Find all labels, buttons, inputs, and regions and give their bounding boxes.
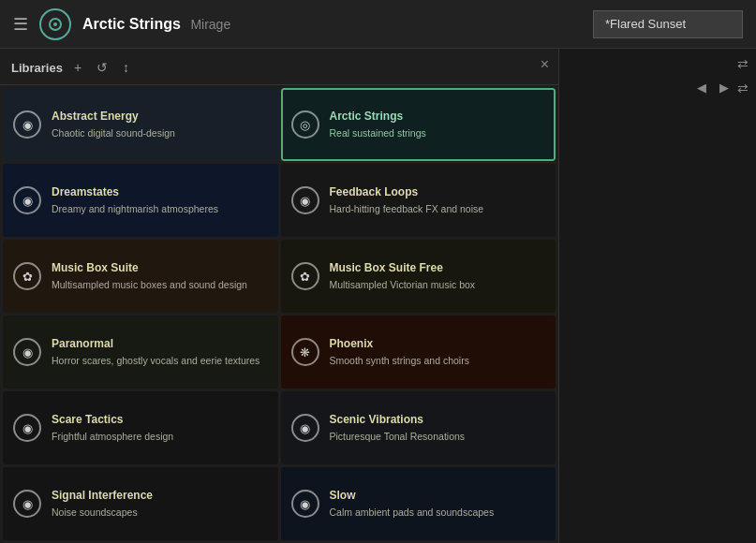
add-library-button[interactable]: + — [70, 58, 85, 77]
card-icon-wrap: ◉ — [12, 413, 42, 443]
card-text: Phoenix Smooth synth strings and choirs — [330, 337, 547, 368]
card-icon: ◉ — [13, 338, 41, 366]
card-name: Feedback Loops — [330, 185, 547, 200]
card-icon: ◉ — [13, 110, 41, 139]
card-icon: ❋ — [291, 338, 319, 366]
main-content: Libraries + ↺ ↕ × ◉ Abstract Energy Chao… — [0, 49, 756, 543]
refresh-library-button[interactable]: ↺ — [93, 58, 111, 77]
logo-inner-circle — [49, 18, 62, 31]
card-desc: Multisampled Victorian music box — [330, 278, 547, 291]
card-desc: Horror scares, ghostly vocals and eerie … — [52, 354, 269, 367]
card-text: Signal Interference Noise soundscapes — [52, 489, 269, 520]
close-libraries-button[interactable]: × — [541, 56, 549, 73]
card-text: Scare Tactics Frightful atmosphere desig… — [52, 413, 269, 444]
card-text: Paranormal Horror scares, ghostly vocals… — [52, 337, 269, 368]
card-icon-wrap: ◉ — [12, 185, 42, 215]
card-text: Dreamstates Dreamy and nightmarish atmos… — [52, 185, 269, 216]
card-icon-wrap: ◎ — [290, 110, 320, 139]
card-icon: ◉ — [291, 186, 319, 214]
card-icon: ✿ — [13, 262, 41, 290]
card-text: Scenic Vibrations Picturesque Tonal Reso… — [330, 413, 547, 444]
card-name: Abstract Energy — [52, 110, 269, 125]
nav-row: ◀ ▶ ⇄ — [692, 79, 749, 96]
card-name: Signal Interference — [52, 489, 269, 504]
card-icon: ◉ — [291, 414, 319, 442]
card-icon-wrap: ◉ — [12, 489, 42, 519]
card-name: Music Box Suite — [52, 261, 269, 276]
next-button[interactable]: ▶ — [715, 79, 734, 96]
card-name: Music Box Suite Free — [330, 261, 547, 276]
library-card-music-box-suite[interactable]: ✿ Music Box Suite Multisampled music box… — [3, 240, 278, 313]
card-icon-wrap: ◉ — [290, 185, 320, 215]
card-icon: ✿ — [291, 262, 319, 290]
libraries-label: Libraries — [11, 61, 63, 75]
library-card-music-box-suite-free[interactable]: ✿ Music Box Suite Free Multisampled Vict… — [281, 240, 556, 313]
card-text: Feedback Loops Hard-hitting feedback FX … — [330, 185, 547, 216]
app-logo — [39, 8, 71, 40]
card-desc: Calm ambient pads and soundscapes — [330, 506, 547, 519]
library-card-paranormal[interactable]: ◉ Paranormal Horror scares, ghostly voca… — [3, 316, 278, 389]
libraries-header: Libraries + ↺ ↕ × — [0, 49, 558, 85]
library-card-slow[interactable]: ◉ Slow Calm ambient pads and soundscapes — [281, 467, 556, 540]
card-text: Abstract Energy Chaotic digital sound-de… — [52, 110, 269, 140]
card-icon-wrap: ✿ — [12, 261, 42, 291]
shuffle-button-2[interactable]: ⇄ — [737, 81, 749, 95]
card-desc: Frightful atmosphere design — [52, 430, 269, 443]
card-desc: Chaotic digital sound-design — [52, 126, 269, 139]
right-panel: ⇄ ◀ ▶ ⇄ — [559, 49, 756, 543]
library-card-abstract-energy[interactable]: ◉ Abstract Energy Chaotic digital sound-… — [3, 88, 278, 161]
card-desc: Noise soundscapes — [52, 506, 269, 519]
card-name: Arctic Strings — [330, 110, 547, 125]
card-icon: ◉ — [13, 490, 41, 518]
card-icon: ◎ — [291, 110, 319, 139]
card-desc: Smooth synth strings and choirs — [330, 354, 547, 367]
card-desc: Hard-hitting feedback FX and noise — [330, 202, 547, 215]
app-header: ☰ Arctic Strings Mirage *Flared Sunset — [0, 0, 756, 49]
card-name: Dreamstates — [52, 185, 269, 200]
library-card-dreamstates[interactable]: ◉ Dreamstates Dreamy and nightmarish atm… — [3, 164, 278, 237]
card-text: Music Box Suite Free Multisampled Victor… — [330, 261, 547, 292]
card-text: Arctic Strings Real sustained strings — [330, 110, 547, 140]
library-card-phoenix[interactable]: ❋ Phoenix Smooth synth strings and choir… — [281, 316, 556, 389]
card-icon-wrap: ◉ — [12, 110, 42, 139]
shuffle-button[interactable]: ⇄ — [737, 56, 749, 71]
card-icon: ◉ — [291, 490, 319, 518]
library-card-feedback-loops[interactable]: ◉ Feedback Loops Hard-hitting feedback F… — [281, 164, 556, 237]
card-name: Slow — [330, 489, 547, 504]
sort-library-button[interactable]: ↕ — [119, 58, 133, 77]
card-icon-wrap: ◉ — [12, 337, 42, 367]
card-desc: Real sustained strings — [330, 126, 547, 139]
card-desc: Dreamy and nightmarish atmospheres — [52, 202, 269, 215]
preset-name: *Flared Sunset — [605, 17, 686, 31]
preset-display[interactable]: *Flared Sunset — [593, 10, 743, 38]
library-card-scenic-vibrations[interactable]: ◉ Scenic Vibrations Picturesque Tonal Re… — [281, 391, 556, 464]
card-desc: Picturesque Tonal Resonations — [330, 430, 547, 443]
card-desc: Multisampled music boxes and sound desig… — [52, 278, 269, 291]
card-icon-wrap: ◉ — [290, 413, 320, 443]
title-text: Arctic Strings — [82, 16, 181, 32]
card-icon: ◉ — [13, 186, 41, 214]
card-text: Slow Calm ambient pads and soundscapes — [330, 489, 547, 520]
card-name: Phoenix — [330, 337, 547, 352]
hamburger-icon[interactable]: ☰ — [13, 14, 28, 35]
libraries-panel: Libraries + ↺ ↕ × ◉ Abstract Energy Chao… — [0, 49, 559, 543]
prev-button[interactable]: ◀ — [692, 79, 711, 96]
library-card-signal-interference[interactable]: ◉ Signal Interference Noise soundscapes — [3, 467, 278, 540]
card-name: Scare Tactics — [52, 413, 269, 428]
app-title: Arctic Strings Mirage — [82, 16, 582, 33]
library-card-arctic-strings[interactable]: ◎ Arctic Strings Real sustained strings — [281, 88, 556, 161]
library-grid: ◉ Abstract Energy Chaotic digital sound-… — [0, 85, 558, 543]
card-icon-wrap: ✿ — [290, 261, 320, 291]
card-text: Music Box Suite Multisampled music boxes… — [52, 261, 269, 292]
library-card-scare-tactics[interactable]: ◉ Scare Tactics Frightful atmosphere des… — [3, 391, 278, 464]
card-icon-wrap: ◉ — [290, 489, 320, 519]
card-icon: ◉ — [13, 414, 41, 442]
card-icon-wrap: ❋ — [290, 337, 320, 367]
card-name: Scenic Vibrations — [330, 413, 547, 428]
subtitle-text: Mirage — [190, 17, 230, 32]
card-name: Paranormal — [52, 337, 269, 352]
